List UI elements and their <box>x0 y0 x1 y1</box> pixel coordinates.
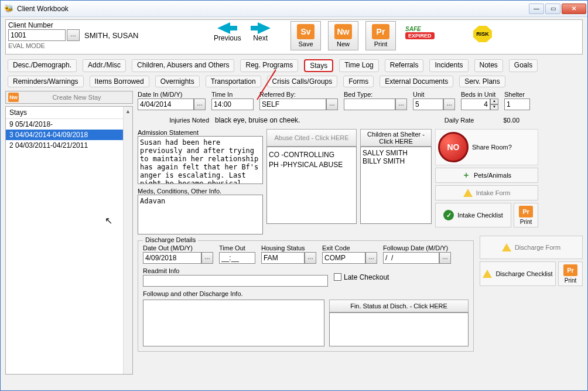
bed-type-input[interactable] <box>344 98 395 110</box>
next-button[interactable]: Next <box>251 22 271 42</box>
check-icon: ✓ <box>443 210 454 220</box>
create-new-stay-button[interactable]: Nw Create New Stay <box>5 91 133 104</box>
tab-notes[interactable]: Notes <box>474 59 503 72</box>
exit-browse[interactable]: … <box>365 252 377 264</box>
intake-form-button[interactable]: Intake Form <box>435 185 538 200</box>
warning-icon <box>502 243 511 251</box>
tab-desc-demograph-[interactable]: Desc./Demograph. <box>8 59 77 72</box>
tab-time-log[interactable]: Time Log <box>339 59 379 72</box>
tab-goals[interactable]: Goals <box>509 59 538 72</box>
list-item[interactable]: SALLY SMITH <box>363 149 429 157</box>
fin-status-list[interactable] <box>329 312 469 346</box>
save-button[interactable]: SvSave <box>290 21 321 50</box>
tab-children-abusers-and-others[interactable]: Children, Abusers and Others <box>132 59 234 72</box>
stay-row[interactable]: 9 05/14/2018- <box>6 119 132 130</box>
date-out-picker[interactable]: … <box>201 252 213 264</box>
intake-checklist-button[interactable]: ✓Intake Checklist <box>435 203 511 227</box>
daily-rate-value: $0.00 <box>503 117 519 124</box>
injuries-label: Injuries Noted <box>138 117 209 124</box>
print-button[interactable]: PrPrint <box>365 21 396 50</box>
list-item[interactable]: PH -PHYSICAL ABUSE <box>269 161 354 169</box>
children-list[interactable]: SALLY SMITHBILLY SMITH <box>360 147 432 224</box>
beds-spin-down[interactable]: ▼ <box>490 104 498 110</box>
admission-text[interactable]: Susan had been here previously and after… <box>138 136 263 184</box>
discharge-checklist-button[interactable]: Discharge Checklist <box>480 261 556 286</box>
stay-row[interactable]: 2 04/03/2011-04/21/2011 <box>6 140 132 151</box>
list-item[interactable]: CO -CONTROLLING <box>269 151 354 159</box>
window-title: Client Workbook <box>17 5 529 13</box>
beds-spin-up[interactable]: ▲ <box>490 98 498 104</box>
referred-by-input[interactable] <box>259 98 326 110</box>
exit-code-input[interactable] <box>322 252 365 264</box>
late-checkout-checkbox[interactable]: Late Checkout <box>334 273 389 281</box>
pets-animals-button[interactable]: ＋Pets/Animals <box>435 168 538 183</box>
date-in-input[interactable] <box>138 98 194 110</box>
unit-browse[interactable]: … <box>443 98 455 110</box>
date-out-input[interactable] <box>143 252 201 264</box>
beds-in-unit-input[interactable] <box>461 98 490 110</box>
scroll-up-icon[interactable]: ▲ <box>124 107 132 116</box>
discharge-legend: Discharge Details <box>143 236 198 243</box>
risk-badge[interactable]: RISK <box>473 26 492 42</box>
referred-by-browse[interactable]: … <box>326 98 338 110</box>
eval-mode-label: EVAL MODE <box>8 42 138 49</box>
tab-crisis-calls-groups[interactable]: Crisis Calls/Groups <box>267 76 338 87</box>
followup-date-picker[interactable]: … <box>439 252 451 264</box>
housing-browse[interactable]: … <box>305 252 316 264</box>
children-at-shelter-button[interactable]: Children at Shelter - Click HERE <box>360 129 432 147</box>
stays-list-header: Stays <box>6 107 132 119</box>
fin-status-button[interactable]: Fin. Status at Disch. - Click HERE <box>329 300 469 312</box>
admission-label: Admission Statement <box>138 129 263 136</box>
share-room-no-button[interactable]: NO <box>438 132 469 162</box>
abuse-list[interactable]: CO -CONTROLLINGPH -PHYSICAL ABUSE <box>266 147 357 224</box>
arrow-left-icon <box>217 22 230 34</box>
list-item[interactable]: BILLY SMITH <box>363 157 429 165</box>
meds-text[interactable]: Adavan <box>138 195 263 234</box>
tab-reminders-warnings[interactable]: Reminders/Warnings <box>8 76 84 87</box>
time-in-input[interactable] <box>211 98 254 110</box>
arrow-right-icon <box>258 22 271 34</box>
injuries-value: black eye, bruise on cheek. <box>214 115 440 125</box>
tab-items-borrowed[interactable]: Items Borrowed <box>90 76 149 87</box>
tab-addr-misc[interactable]: Addr./Misc <box>83 59 126 72</box>
tab-external-documents[interactable]: External Documents <box>380 76 453 87</box>
client-number-browse[interactable]: … <box>67 29 80 41</box>
shelter-input[interactable] <box>504 98 530 110</box>
client-number-label: Client Number <box>8 21 138 29</box>
abuse-cited-button[interactable]: Abuse Cited - Click HERE <box>266 129 357 147</box>
tab-transportation[interactable]: Transportation <box>206 76 261 87</box>
close-button[interactable]: ✕ <box>562 4 586 14</box>
intake-print-button[interactable]: PrPrint <box>514 203 538 227</box>
scrollbar[interactable]: ▲ <box>123 107 132 374</box>
tab-serv-plans[interactable]: Serv. Plans <box>459 76 505 87</box>
new-button[interactable]: NwNew <box>328 21 358 50</box>
followup-info-text[interactable] <box>143 300 324 346</box>
tab-reg-programs[interactable]: Reg. Programs <box>240 59 298 72</box>
tab-stays[interactable]: Stays <box>304 59 333 72</box>
date-in-picker[interactable]: … <box>194 98 206 110</box>
followup-date-input[interactable] <box>383 252 439 264</box>
tab-overnights[interactable]: Overnights <box>155 76 200 87</box>
housing-status-input[interactable] <box>261 252 305 264</box>
tab-forms[interactable]: Forms <box>343 76 374 87</box>
stay-row[interactable]: 3 04/04/2014-04/09/2018 <box>6 130 132 140</box>
tab-referrals[interactable]: Referrals <box>385 59 424 72</box>
unit-input[interactable] <box>413 98 443 110</box>
previous-button[interactable]: Previous <box>214 22 241 42</box>
tab-incidents[interactable]: Incidents <box>429 59 468 72</box>
share-room-label: Share Room? <box>472 144 512 151</box>
time-out-input[interactable] <box>219 252 255 264</box>
maximize-button[interactable]: ▭ <box>545 4 560 14</box>
client-number-input[interactable] <box>8 29 66 41</box>
new-icon: Nw <box>8 93 19 102</box>
warning-icon <box>463 189 473 197</box>
app-icon: 🐝 <box>4 4 13 13</box>
minimize-button[interactable]: — <box>529 4 544 14</box>
bed-type-browse[interactable]: … <box>395 98 407 110</box>
followup-info-label: Followup and other Discharge Info. <box>143 290 469 297</box>
warning-icon <box>483 270 492 278</box>
daily-rate-label: Daily Rate <box>445 117 474 124</box>
readmit-input[interactable] <box>143 275 328 287</box>
discharge-form-button[interactable]: Discharge Form <box>480 236 583 259</box>
discharge-print-button[interactable]: PrPrint <box>558 261 583 286</box>
